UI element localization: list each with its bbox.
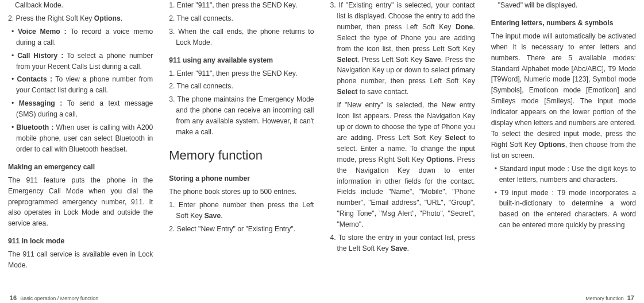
mode-standard: Standard input mode : Use the digit keys… [491,164,636,185]
column-3: 3. If "Existing entry" is selected, your… [322,0,483,303]
any-step-3: 3. The phone maintains the Emergency Mod… [169,94,314,138]
input-mode-list: Standard input mode : Use the digit keys… [491,164,636,233]
para-input-modes: The input mode will automatically be act… [491,31,636,161]
column-4: "Saved" will be displayed. Entering lett… [483,0,644,303]
para-new-entry: If "New entry" is selected, the New entr… [330,100,475,230]
opt-contacts: Contacts : To view a phone number from y… [8,74,153,96]
page-number-left: 16 [10,293,17,303]
footer-text-left: Basic operation / Memory function [20,295,98,303]
opt-call-history: Call History : To select a phone number … [8,50,153,72]
column-2: 1. Enter "911", then press the SEND Key.… [161,0,322,303]
store-steps-cont: 3. If "Existing entry" is selected, your… [330,0,475,100]
footer-text-right: Memory function [585,295,624,303]
store-step-4: 4. To store the entry in your contact li… [330,232,475,254]
lock-step-3: 3. When the call ends, the phone returns… [169,26,314,48]
any-step-1: 1. Enter "911", then press the SEND Key. [169,68,314,79]
step-options: 2. Press the Right Soft Key Options. [8,13,153,24]
store-steps-cont2: 4. To store the entry in your contact li… [330,232,475,257]
any-steps: 1. Enter "911", then press the SEND Key.… [169,68,314,140]
footer-right: Memory function 17 [491,291,636,303]
lock-steps: 1. Enter "911", then press the SEND Key.… [169,0,314,50]
page-number-right: 17 [627,293,634,303]
store-step-1: 1. Enter phone number then press the Lef… [169,200,314,222]
heading-entering: Entering letters, numbers & symbols [491,18,636,29]
opt-voice-memo: Voice Memo : To record a voice memo duri… [8,26,153,48]
callback-line: Callback Mode. [8,0,153,11]
heading-memory-function: Memory function [169,146,314,165]
opt-bluetooth: Bluetooth : When user is calling with A2… [8,122,153,155]
store-steps: 1. Enter phone number then press the Lef… [169,200,314,237]
heading-911-any: 911 using any available system [169,55,314,66]
opt-messaging: Messaging : To send a text message (SMS)… [8,98,153,120]
heading-storing: Storing a phone number [169,173,314,184]
para-storing: The phone book stores up to 500 entries. [169,187,314,197]
heading-911-lock: 911 in lock mode [8,236,153,247]
mode-t9: T9 input mode : T9 mode incorporates a b… [491,188,636,231]
heading-emergency: Making an emergency call [8,162,153,173]
para-saved: "Saved" will be displayed. [491,0,636,11]
store-step-3: 3. If "Existing entry" is selected, your… [330,0,475,98]
para-911-lock: The 911 call service is available even i… [8,249,153,271]
footer-left: 16 Basic operation / Memory function [8,291,153,303]
store-step-2: 2. Select "New Entry" or "Existing Entry… [169,224,314,235]
lock-step-2: 2. The call connects. [169,13,314,24]
lock-step-1: 1. Enter "911", then press the SEND Key. [169,0,314,11]
any-step-2: 2. The call connects. [169,81,314,92]
column-1: Callback Mode. 2. Press the Right Soft K… [0,0,161,303]
para-emergency: The 911 feature puts the phone in the Em… [8,175,153,230]
call-options-list: Voice Memo : To record a voice memo duri… [8,26,153,157]
